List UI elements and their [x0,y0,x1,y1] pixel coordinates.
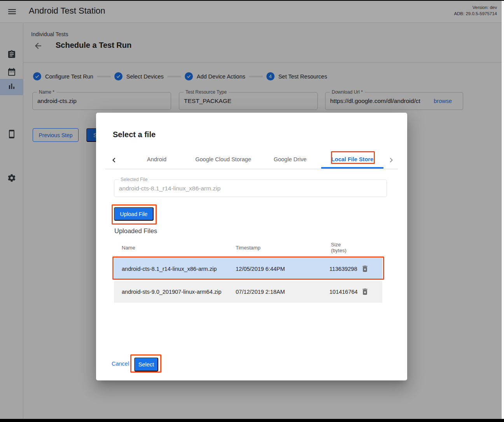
selected-file-value: android-cts-8.1_r14-linux_x86-arm.zip [119,180,220,197]
active-tab-ink-bar [321,167,383,169]
table-row-selected[interactable]: android-cts-8.1_r14-linux_x86-arm.zip 12… [114,258,382,280]
uploaded-files-heading: Uploaded Files [114,227,157,235]
upload-file-button[interactable]: Upload File [114,207,154,221]
window-frame-bottom [0,419,504,422]
tab-android[interactable]: Android [126,150,188,169]
delete-forever-icon[interactable] [360,288,369,296]
tabs-underline [105,169,398,169]
timestamp-cell: 07/12/2019 2:18AM [236,281,285,303]
tab-google-drive[interactable]: Google Drive [259,150,321,169]
selected-file-field: Selected File android-cts-8.1_r14-linux_… [114,180,387,197]
table-row[interactable]: android-sts-9.0_201907-linux-arm64.zip 0… [114,281,382,303]
column-header-size-line1: Size [331,242,346,248]
window-frame-top [0,0,504,1]
column-header-timestamp: Timestamp [236,245,261,251]
size-cell: 101416764 [329,281,361,303]
tab-google-cloud-storage[interactable]: Google Cloud Storage [192,150,254,169]
column-header-size: Size (bytes) [331,242,346,253]
tabs-scroll-right-icon[interactable] [387,155,396,165]
timestamp-cell: 12/05/2019 6:44PM [236,258,285,280]
cancel-button[interactable]: Cancel [112,361,129,367]
dialog-title: Select a file [113,130,156,139]
browser-scrollbar[interactable] [502,0,504,422]
tab-local-file-store[interactable]: Local File Store [321,150,383,169]
column-header-size-line2: (bytes) [331,248,346,253]
tabs-scroll-left-icon[interactable] [109,155,119,165]
select-file-dialog: Select a file Android Google Cloud Stora… [96,113,407,380]
column-header-name: Name [122,245,135,251]
size-cell: 113639298 [329,258,361,280]
select-button[interactable]: Select [134,357,158,371]
delete-forever-icon[interactable] [360,265,369,273]
file-name-cell: android-sts-9.0_201907-linux-arm64.zip [122,281,221,303]
file-name-cell: android-cts-8.1_r14-linux_x86-arm.zip [122,258,217,280]
